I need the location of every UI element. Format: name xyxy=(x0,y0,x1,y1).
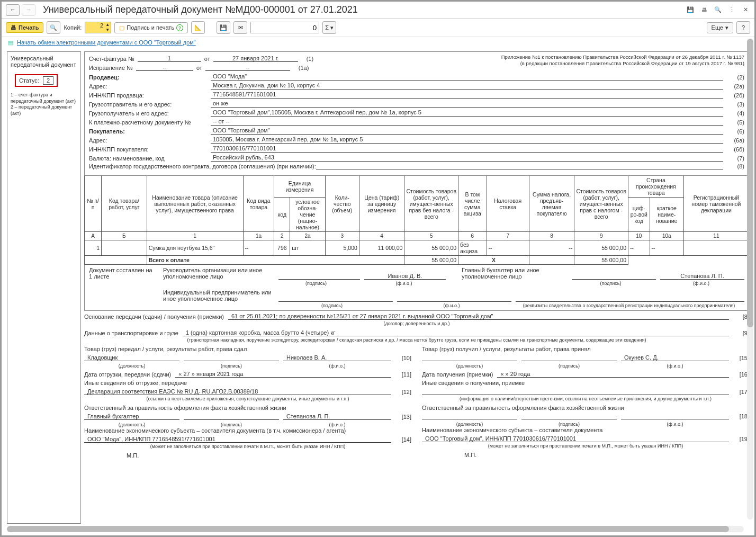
print-icon[interactable]: 🖶 xyxy=(699,5,709,15)
edi-link-row: ▤ Начать обмен электронными документами … xyxy=(2,37,754,48)
close-icon[interactable]: ✕ xyxy=(741,5,750,15)
lp-title: Универсальный передаточный документ xyxy=(11,55,77,68)
help-button[interactable]: ? xyxy=(736,21,750,34)
edi-link[interactable]: Начать обмен электронными документами с … xyxy=(17,39,196,46)
header-block: Приложение №1 к постановлению Правительс… xyxy=(84,51,749,176)
back-button[interactable]: ← xyxy=(6,4,20,16)
print-button[interactable]: 🖶 Печать xyxy=(6,22,43,33)
header-row: Идентификатор государственного контракта… xyxy=(89,163,744,169)
copies-input[interactable]: 2▲▼ xyxy=(85,22,111,33)
copies-label: Копий: xyxy=(64,24,82,31)
preview-button[interactable]: 🔍 xyxy=(47,21,60,34)
header-row: Грузоотправитель и его адрес:он же(3) xyxy=(89,100,744,108)
regulation-note: Приложение №1 к постановлению Правительс… xyxy=(501,54,744,67)
header-row: Валюта: наименование, кодРоссийский рубл… xyxy=(89,154,744,162)
header-row: Покупатель:ООО "Торговый дом"(6) xyxy=(89,127,744,135)
table-row: 1 Сумка для ноутбука 15,6" -- 796 шт 5,0… xyxy=(85,240,749,256)
titlebar: ← → Универсальный передаточный документ … xyxy=(2,2,754,19)
save-icon[interactable]: 💾 xyxy=(686,5,695,15)
sigma-button[interactable]: Σ ▾ xyxy=(322,21,336,34)
signature-block: Документ составлен на 1 листе Руководите… xyxy=(84,265,749,311)
vertical-scrollbar[interactable] xyxy=(747,39,753,520)
more-icon[interactable]: ⋮ xyxy=(727,5,736,15)
save-disk-button[interactable]: 💾 xyxy=(217,21,230,34)
right-column: Товар (груз) получил / услуги, результат… xyxy=(422,346,749,459)
more-button[interactable]: Еще ▾ xyxy=(707,22,733,33)
header-row: К платежно-расчетному документу №-- от -… xyxy=(89,118,744,126)
header-row: ИНН/КПП продавца:7716548591/771601001(2б… xyxy=(89,91,744,99)
status-value: 2 xyxy=(43,76,53,85)
left-panel: Универсальный передаточный документ Стат… xyxy=(7,51,81,524)
window-title: Универсальный передаточный документ №МД0… xyxy=(43,4,686,15)
forward-button[interactable]: → xyxy=(22,4,35,16)
total-row: Всего к оплате 55 000,00 X 55 000,00 xyxy=(85,256,749,265)
header-row: Адрес:105005, Москва г, Аптекарский пер,… xyxy=(89,136,744,144)
left-column: Товар (груз) передал / услуги, результат… xyxy=(84,346,411,459)
header-row: Адрес:Москва г, Докукина, дом № 10, корп… xyxy=(89,82,744,90)
header-row: ИНН/КПП покупателя:7701030616/770101001(… xyxy=(89,145,744,153)
status-box: Статус: 2 xyxy=(15,74,58,87)
lp-note: 1 – счет-фактура и передаточный документ… xyxy=(11,92,77,117)
horizontal-scrollbar[interactable] xyxy=(7,526,744,532)
sign-print-button[interactable]: ▢ Подпись и печать ? xyxy=(114,22,188,33)
search-icon[interactable]: 🔍 xyxy=(713,5,723,15)
zero-input[interactable] xyxy=(250,22,319,33)
doc-pages: Документ составлен на 1 листе xyxy=(89,267,152,308)
header-row: Грузополучатель и его адрес:ООО "Торговы… xyxy=(89,109,744,117)
document-icon: ▤ xyxy=(8,39,13,46)
toolbar: 🖶 Печать 🔍 Копий: 2▲▼ ▢ Подпись и печать… xyxy=(2,19,754,37)
items-table: № п/п Код товара/ работ, услуг Наименова… xyxy=(84,175,749,265)
header-row: Продавец:ООО "Мода"(2) xyxy=(89,73,744,80)
layout-button[interactable]: 📐 xyxy=(191,21,205,34)
email-button[interactable]: ✉ xyxy=(233,21,247,34)
